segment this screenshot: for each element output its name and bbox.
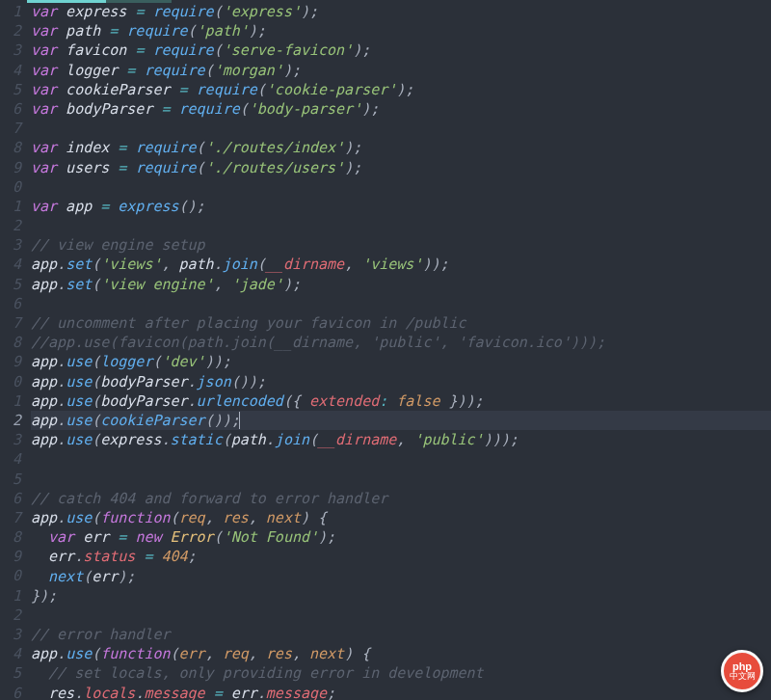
token-fn: require [144, 62, 204, 79]
token-cmt: // catch 404 and forward to error handle… [31, 490, 387, 507]
line-number: 0 [0, 372, 21, 391]
token-kw: var [31, 100, 57, 118]
code-area[interactable]: var express = require('express');var pat… [27, 0, 771, 700]
line-number: 8 [0, 333, 21, 352]
token-id: err [223, 685, 257, 700]
token-punc: . [57, 412, 66, 429]
token-kw: var [31, 139, 57, 156]
token-str: 'views' [100, 256, 161, 273]
token-fn: set [66, 276, 92, 293]
code-editor[interactable]: 123456789012345678901234567890123456 var… [0, 0, 771, 700]
code-line[interactable]: // error handler [31, 625, 771, 644]
token-cmt: //app.use(favicon(path.join(__dirname, '… [31, 334, 605, 351]
token-id [118, 22, 126, 40]
code-line[interactable]: var users = require('./routes/users'); [31, 158, 771, 177]
token-punc: ( [214, 3, 223, 20]
token-id: err [31, 548, 74, 565]
code-line[interactable]: var err = new Error('Not Found'); [31, 527, 771, 547]
token-punc: . [74, 548, 83, 565]
token-id [31, 528, 48, 546]
token-id [188, 81, 197, 98]
token-fn: express [118, 198, 178, 215]
token-glb: __dirname [318, 431, 396, 448]
token-str: 'cookie-parser' [266, 81, 396, 98]
code-line[interactable]: var path = require('path'); [31, 21, 771, 40]
token-punc: . [57, 276, 66, 293]
code-line[interactable]: app.set('views', path.join(__dirname, 'v… [31, 255, 771, 274]
code-line[interactable]: err.status = 404; [31, 547, 771, 566]
code-line[interactable]: // view engine setup [31, 235, 771, 255]
token-cmt: // error handler [31, 626, 171, 643]
code-line[interactable]: app.use(cookieParser()); [31, 411, 771, 430]
code-line[interactable] [31, 470, 771, 489]
token-cursor [239, 412, 240, 429]
token-id: logger [57, 62, 126, 79]
code-line[interactable]: var logger = require('morgan'); [31, 61, 771, 80]
token-str: 'jade' [231, 276, 283, 293]
token-fn: join [223, 256, 257, 273]
token-punc: . [74, 685, 83, 700]
code-line[interactable]: // set locals, only providing error in d… [31, 663, 771, 683]
token-fn: urlencoded [197, 392, 283, 410]
code-line[interactable]: app.use(function(req, res, next) { [31, 508, 771, 527]
token-str: 'path' [197, 22, 249, 40]
code-line[interactable]: }); [31, 586, 771, 606]
code-line[interactable] [31, 177, 771, 197]
token-punc: ( [171, 645, 179, 662]
token-punc: , [292, 645, 309, 662]
token-punc: ( [309, 431, 318, 448]
token-punc: (); [179, 198, 205, 215]
token-kw: var [31, 159, 57, 176]
code-line[interactable]: next(err); [31, 567, 771, 586]
token-cmt: // set locals, only providing error in d… [48, 664, 484, 682]
code-line[interactable]: app.use(express.static(path.join(__dirna… [31, 430, 771, 449]
token-kw: var [31, 22, 57, 40]
token-fn: json [197, 373, 231, 390]
token-punc: ( [257, 256, 266, 273]
line-number: 5 [0, 275, 21, 294]
token-punc: ); [249, 22, 266, 40]
code-line[interactable]: res.locals.message = err.message; [31, 684, 771, 700]
token-glb: __dirname [266, 256, 344, 273]
code-line[interactable]: var cookieParser = require('cookie-parse… [31, 80, 771, 99]
line-number: 6 [0, 684, 21, 700]
token-kw: var [31, 3, 57, 20]
token-id: app [31, 412, 57, 429]
code-line[interactable] [31, 216, 771, 235]
code-line[interactable]: var index = require('./routes/index'); [31, 138, 771, 157]
code-line[interactable] [31, 606, 771, 625]
code-line[interactable]: // catch 404 and forward to error handle… [31, 489, 771, 508]
code-line[interactable]: var bodyParser = require('body-parser'); [31, 99, 771, 119]
token-punc: ) { [301, 509, 327, 526]
token-punc: ( [188, 22, 197, 40]
token-punc: ( [92, 373, 100, 390]
line-number-gutter: 123456789012345678901234567890123456 [0, 0, 27, 700]
token-id: err [92, 568, 118, 585]
token-punc: . [57, 392, 66, 410]
token-punc: }); [31, 587, 57, 605]
code-line[interactable]: var favicon = require('serve-favicon'); [31, 40, 771, 60]
token-err: Error [171, 528, 214, 546]
code-line[interactable] [31, 294, 771, 313]
code-line[interactable]: var express = require('express'); [31, 2, 771, 21]
code-line[interactable]: //app.use(favicon(path.join(__dirname, '… [31, 333, 771, 352]
token-arg: next [309, 645, 344, 662]
code-line[interactable]: app.use(function(err, req, res, next) { [31, 644, 771, 663]
code-line[interactable]: app.use(bodyParser.urlencoded({ extended… [31, 391, 771, 411]
code-line[interactable]: var app = express(); [31, 197, 771, 216]
code-line[interactable] [31, 119, 771, 138]
code-line[interactable]: app.use(bodyParser.json()); [31, 372, 771, 391]
code-line[interactable]: app.set('view engine', 'jade'); [31, 275, 771, 294]
token-fn: require [152, 41, 213, 59]
token-arg: res [266, 645, 292, 662]
code-line[interactable]: // uncomment after placing your favicon … [31, 313, 771, 333]
token-kw: new [135, 528, 161, 546]
token-punc: , [396, 431, 413, 448]
code-line[interactable]: app.use(logger('dev')); [31, 352, 771, 371]
token-str: 'express' [223, 3, 301, 20]
token-op: = [109, 22, 118, 40]
token-id: index [57, 139, 118, 156]
line-number: 2 [0, 606, 21, 625]
code-line[interactable] [31, 449, 771, 469]
token-str: 'dev' [161, 353, 204, 370]
